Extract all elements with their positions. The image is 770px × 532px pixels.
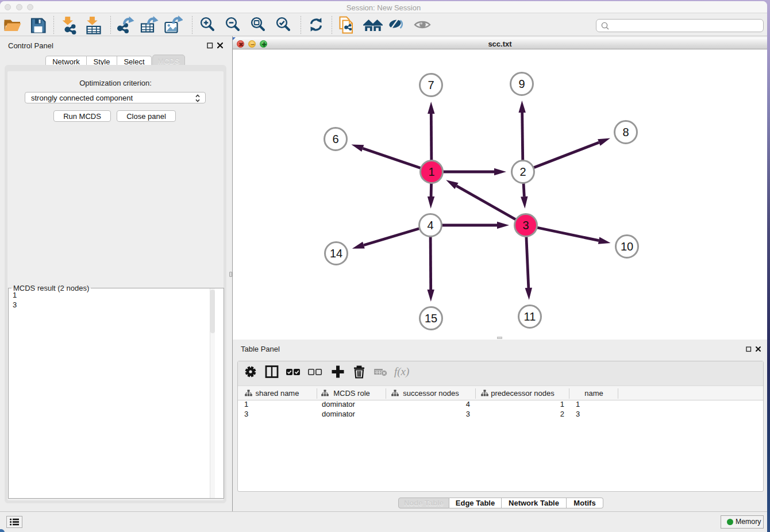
svg-text:6: 6 [332,133,338,145]
svg-text:7: 7 [428,79,434,91]
svg-text:9: 9 [518,78,525,90]
svg-text:14: 14 [330,247,342,260]
svg-text:15: 15 [425,312,437,325]
svg-text:4: 4 [427,219,433,232]
svg-text:1: 1 [428,165,434,178]
svg-text:8: 8 [622,126,629,138]
svg-text:2: 2 [519,165,526,178]
svg-text:3: 3 [522,219,529,232]
svg-text:11: 11 [524,310,536,323]
svg-text:10: 10 [621,240,633,253]
